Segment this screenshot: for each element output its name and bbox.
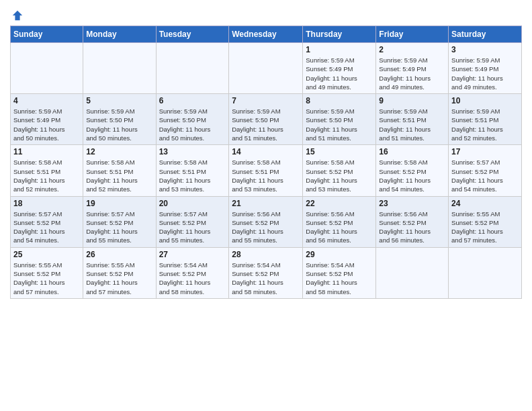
calendar-cell: 18Sunrise: 5:57 AM Sunset: 5:52 PM Dayli… <box>11 196 83 247</box>
day-info: Sunrise: 5:58 AM Sunset: 5:52 PM Dayligh… <box>306 158 373 193</box>
calendar-cell: 27Sunrise: 5:54 AM Sunset: 5:52 PM Dayli… <box>156 247 229 298</box>
calendar-cell: 26Sunrise: 5:55 AM Sunset: 5:52 PM Dayli… <box>83 247 156 298</box>
calendar-header-friday: Friday <box>376 26 449 43</box>
day-number: 28 <box>232 250 300 259</box>
header <box>10 7 522 21</box>
calendar-header-tuesday: Tuesday <box>156 26 229 43</box>
day-info: Sunrise: 5:59 AM Sunset: 5:50 PM Dayligh… <box>86 107 152 142</box>
day-info: Sunrise: 5:58 AM Sunset: 5:51 PM Dayligh… <box>86 158 152 193</box>
calendar-cell: 4Sunrise: 5:59 AM Sunset: 5:49 PM Daylig… <box>11 94 83 145</box>
calendar-header: SundayMondayTuesdayWednesdayThursdayFrid… <box>11 26 522 43</box>
day-number: 9 <box>379 96 445 105</box>
day-info: Sunrise: 5:57 AM Sunset: 5:52 PM Dayligh… <box>13 210 80 245</box>
day-info: Sunrise: 5:59 AM Sunset: 5:49 PM Dayligh… <box>451 56 519 91</box>
calendar-cell: 23Sunrise: 5:56 AM Sunset: 5:52 PM Dayli… <box>376 196 449 247</box>
day-number: 14 <box>232 147 300 156</box>
day-number: 1 <box>306 45 373 54</box>
calendar-cell <box>156 43 229 94</box>
day-number: 25 <box>13 250 80 259</box>
day-info: Sunrise: 5:59 AM Sunset: 5:49 PM Dayligh… <box>306 56 373 91</box>
day-info: Sunrise: 5:57 AM Sunset: 5:52 PM Dayligh… <box>86 210 152 245</box>
calendar-cell <box>83 43 156 94</box>
calendar-cell: 5Sunrise: 5:59 AM Sunset: 5:50 PM Daylig… <box>83 94 156 145</box>
calendar-cell: 11Sunrise: 5:58 AM Sunset: 5:51 PM Dayli… <box>11 145 83 196</box>
logo-icon <box>11 9 24 21</box>
calendar-cell: 10Sunrise: 5:59 AM Sunset: 5:51 PM Dayli… <box>449 94 522 145</box>
calendar-cell: 7Sunrise: 5:59 AM Sunset: 5:50 PM Daylig… <box>229 94 303 145</box>
day-number: 27 <box>159 250 226 259</box>
day-number: 10 <box>451 96 519 105</box>
day-number: 3 <box>451 45 519 54</box>
calendar-cell: 22Sunrise: 5:56 AM Sunset: 5:52 PM Dayli… <box>303 196 376 247</box>
day-info: Sunrise: 5:59 AM Sunset: 5:51 PM Dayligh… <box>379 107 445 142</box>
day-number: 19 <box>86 199 152 208</box>
calendar-cell: 20Sunrise: 5:57 AM Sunset: 5:52 PM Dayli… <box>156 196 229 247</box>
day-number: 5 <box>86 96 152 105</box>
day-number: 20 <box>159 199 226 208</box>
day-info: Sunrise: 5:59 AM Sunset: 5:50 PM Dayligh… <box>232 107 300 142</box>
day-info: Sunrise: 5:55 AM Sunset: 5:52 PM Dayligh… <box>86 261 152 296</box>
calendar-cell: 25Sunrise: 5:55 AM Sunset: 5:52 PM Dayli… <box>11 247 83 298</box>
day-info: Sunrise: 5:59 AM Sunset: 5:50 PM Dayligh… <box>306 107 373 142</box>
day-info: Sunrise: 5:55 AM Sunset: 5:52 PM Dayligh… <box>13 261 80 296</box>
day-number: 6 <box>159 96 226 105</box>
calendar-header-thursday: Thursday <box>303 26 376 43</box>
day-info: Sunrise: 5:54 AM Sunset: 5:52 PM Dayligh… <box>306 261 373 296</box>
calendar-week-4: 18Sunrise: 5:57 AM Sunset: 5:52 PM Dayli… <box>11 196 522 247</box>
day-number: 7 <box>232 96 300 105</box>
day-info: Sunrise: 5:59 AM Sunset: 5:50 PM Dayligh… <box>159 107 226 142</box>
calendar-cell: 19Sunrise: 5:57 AM Sunset: 5:52 PM Dayli… <box>83 196 156 247</box>
day-info: Sunrise: 5:59 AM Sunset: 5:51 PM Dayligh… <box>451 107 519 142</box>
calendar-cell: 14Sunrise: 5:58 AM Sunset: 5:51 PM Dayli… <box>229 145 303 196</box>
day-number: 2 <box>379 45 445 54</box>
calendar-week-5: 25Sunrise: 5:55 AM Sunset: 5:52 PM Dayli… <box>11 247 522 298</box>
calendar-cell: 16Sunrise: 5:58 AM Sunset: 5:52 PM Dayli… <box>376 145 449 196</box>
calendar-cell: 21Sunrise: 5:56 AM Sunset: 5:52 PM Dayli… <box>229 196 303 247</box>
day-info: Sunrise: 5:59 AM Sunset: 5:49 PM Dayligh… <box>379 56 445 91</box>
calendar-cell: 12Sunrise: 5:58 AM Sunset: 5:51 PM Dayli… <box>83 145 156 196</box>
calendar-header-saturday: Saturday <box>449 26 522 43</box>
day-number: 13 <box>159 147 226 156</box>
calendar-header-monday: Monday <box>83 26 156 43</box>
calendar-cell: 13Sunrise: 5:58 AM Sunset: 5:51 PM Dayli… <box>156 145 229 196</box>
day-number: 4 <box>13 96 80 105</box>
day-number: 12 <box>86 147 152 156</box>
day-info: Sunrise: 5:54 AM Sunset: 5:52 PM Dayligh… <box>159 261 226 296</box>
calendar-week-1: 1Sunrise: 5:59 AM Sunset: 5:49 PM Daylig… <box>11 43 522 94</box>
day-number: 22 <box>306 199 373 208</box>
calendar-cell <box>449 247 522 298</box>
logo <box>10 9 24 21</box>
day-info: Sunrise: 5:54 AM Sunset: 5:52 PM Dayligh… <box>232 261 300 296</box>
day-info: Sunrise: 5:58 AM Sunset: 5:51 PM Dayligh… <box>232 158 300 193</box>
day-info: Sunrise: 5:59 AM Sunset: 5:49 PM Dayligh… <box>13 107 80 142</box>
day-info: Sunrise: 5:57 AM Sunset: 5:52 PM Dayligh… <box>451 158 519 193</box>
calendar-cell: 28Sunrise: 5:54 AM Sunset: 5:52 PM Dayli… <box>229 247 303 298</box>
day-number: 15 <box>306 147 373 156</box>
calendar-cell <box>229 43 303 94</box>
calendar-cell: 15Sunrise: 5:58 AM Sunset: 5:52 PM Dayli… <box>303 145 376 196</box>
day-number: 17 <box>451 147 519 156</box>
calendar-cell <box>11 43 83 94</box>
svg-marker-0 <box>13 11 22 20</box>
day-info: Sunrise: 5:58 AM Sunset: 5:51 PM Dayligh… <box>13 158 80 193</box>
calendar-cell: 3Sunrise: 5:59 AM Sunset: 5:49 PM Daylig… <box>449 43 522 94</box>
day-info: Sunrise: 5:56 AM Sunset: 5:52 PM Dayligh… <box>232 210 300 245</box>
day-number: 18 <box>13 199 80 208</box>
day-info: Sunrise: 5:56 AM Sunset: 5:52 PM Dayligh… <box>379 210 445 245</box>
day-number: 16 <box>379 147 445 156</box>
calendar-cell: 24Sunrise: 5:55 AM Sunset: 5:52 PM Dayli… <box>449 196 522 247</box>
calendar-cell <box>376 247 449 298</box>
calendar-header-wednesday: Wednesday <box>229 26 303 43</box>
day-number: 23 <box>379 199 445 208</box>
calendar-cell: 2Sunrise: 5:59 AM Sunset: 5:49 PM Daylig… <box>376 43 449 94</box>
day-number: 24 <box>451 199 519 208</box>
day-number: 26 <box>86 250 152 259</box>
calendar-cell: 6Sunrise: 5:59 AM Sunset: 5:50 PM Daylig… <box>156 94 229 145</box>
calendar-week-3: 11Sunrise: 5:58 AM Sunset: 5:51 PM Dayli… <box>11 145 522 196</box>
day-number: 21 <box>232 199 300 208</box>
day-info: Sunrise: 5:58 AM Sunset: 5:51 PM Dayligh… <box>159 158 226 193</box>
calendar-header-sunday: Sunday <box>11 26 83 43</box>
calendar: SundayMondayTuesdayWednesdayThursdayFrid… <box>10 26 522 299</box>
calendar-cell: 1Sunrise: 5:59 AM Sunset: 5:49 PM Daylig… <box>303 43 376 94</box>
calendar-week-2: 4Sunrise: 5:59 AM Sunset: 5:49 PM Daylig… <box>11 94 522 145</box>
